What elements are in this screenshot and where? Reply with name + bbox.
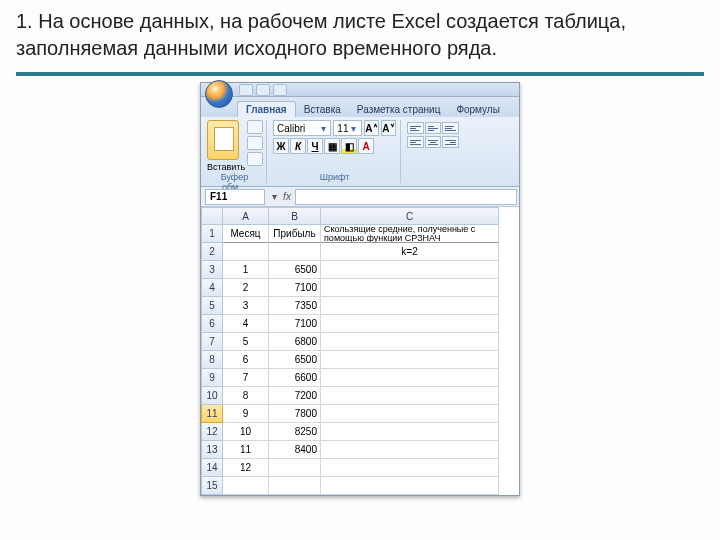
tab-formulas[interactable]: Формулы xyxy=(448,102,508,117)
tab-page-layout[interactable]: Разметка страниц xyxy=(349,102,449,117)
table-row: Месяц Прибыль Скользящие средние, получе… xyxy=(223,225,519,243)
row-header[interactable]: 9 xyxy=(201,369,223,387)
row-header[interactable]: 3 xyxy=(201,261,223,279)
cell[interactable]: 1 xyxy=(223,261,269,279)
cell[interactable] xyxy=(321,315,499,333)
cell[interactable]: 6500 xyxy=(269,351,321,369)
cell[interactable] xyxy=(321,297,499,315)
cell[interactable] xyxy=(321,387,499,405)
bold-button[interactable]: Ж xyxy=(273,138,289,154)
cell[interactable]: Месяц xyxy=(223,225,269,243)
cell[interactable]: 10 xyxy=(223,423,269,441)
cell[interactable]: 9 xyxy=(223,405,269,423)
cell[interactable] xyxy=(321,423,499,441)
row-header[interactable]: 15 xyxy=(201,477,223,495)
format-painter-icon[interactable] xyxy=(247,152,263,166)
cell[interactable]: 3 xyxy=(223,297,269,315)
cell[interactable] xyxy=(321,351,499,369)
row-header[interactable]: 1 xyxy=(201,225,223,243)
office-orb[interactable] xyxy=(205,80,233,108)
tab-insert[interactable]: Вставка xyxy=(296,102,349,117)
select-all-corner[interactable] xyxy=(201,207,223,225)
row-header[interactable]: 13 xyxy=(201,441,223,459)
save-icon[interactable] xyxy=(239,84,253,96)
row-header[interactable]: 6 xyxy=(201,315,223,333)
col-header-a[interactable]: A xyxy=(223,207,269,225)
cell[interactable] xyxy=(269,477,321,495)
row-header[interactable]: 10 xyxy=(201,387,223,405)
cell[interactable]: 7350 xyxy=(269,297,321,315)
align-top-icon[interactable] xyxy=(407,122,424,134)
italic-button[interactable]: К xyxy=(290,138,306,154)
cell[interactable]: 11 xyxy=(223,441,269,459)
row-header[interactable]: 8 xyxy=(201,351,223,369)
row-header[interactable]: 12 xyxy=(201,423,223,441)
group-font: Calibri▾ 11▾ A˄ A˅ Ж К Ч ▦ ◧ A Шрифт xyxy=(269,120,401,183)
cell[interactable]: 2 xyxy=(223,279,269,297)
cell[interactable] xyxy=(321,459,499,477)
tab-home[interactable]: Главная xyxy=(237,101,296,117)
row-header[interactable]: 5 xyxy=(201,297,223,315)
copy-icon[interactable] xyxy=(247,136,263,150)
cell[interactable]: Скользящие средние, полученные с помощью… xyxy=(321,225,499,243)
cell[interactable]: 12 xyxy=(223,459,269,477)
cell[interactable]: k=2 xyxy=(321,243,499,261)
cell[interactable] xyxy=(321,261,499,279)
cell[interactable] xyxy=(321,333,499,351)
row-header[interactable]: 4 xyxy=(201,279,223,297)
cell[interactable] xyxy=(269,243,321,261)
cell[interactable]: 8400 xyxy=(269,441,321,459)
name-box-dropdown-icon[interactable]: ▾ xyxy=(269,191,279,202)
cell[interactable] xyxy=(321,441,499,459)
row-header[interactable]: 2 xyxy=(201,243,223,261)
fill-color-icon[interactable]: ◧ xyxy=(341,138,357,154)
align-right-icon[interactable] xyxy=(442,136,459,148)
cell[interactable]: 7800 xyxy=(269,405,321,423)
cut-icon[interactable] xyxy=(247,120,263,134)
paste-icon[interactable] xyxy=(207,120,239,160)
cell[interactable]: 8250 xyxy=(269,423,321,441)
font-size-combo[interactable]: 11▾ xyxy=(333,120,362,136)
cell[interactable]: 6800 xyxy=(269,333,321,351)
group-clipboard: Вставить Буфер обм… xyxy=(203,120,267,183)
cell[interactable]: Прибыль xyxy=(269,225,321,243)
col-header-b[interactable]: B xyxy=(269,207,321,225)
name-box[interactable]: F11 xyxy=(205,189,265,205)
col-header-c[interactable]: C xyxy=(321,207,499,225)
align-center-icon[interactable] xyxy=(425,136,442,148)
row-header[interactable]: 14 xyxy=(201,459,223,477)
underline-button[interactable]: Ч xyxy=(307,138,323,154)
align-middle-icon[interactable] xyxy=(425,122,442,134)
cell[interactable]: 4 xyxy=(223,315,269,333)
fx-icon[interactable]: fx xyxy=(279,191,295,202)
cell[interactable] xyxy=(223,243,269,261)
align-bottom-icon[interactable] xyxy=(442,122,459,134)
cell[interactable]: 6 xyxy=(223,351,269,369)
ribbon: Вставить Буфер обм… Calibri▾ 11▾ A˄ A˅ xyxy=(201,117,519,187)
border-icon[interactable]: ▦ xyxy=(324,138,340,154)
shrink-font-icon[interactable]: A˅ xyxy=(381,120,396,136)
font-name-combo[interactable]: Calibri▾ xyxy=(273,120,331,136)
cell[interactable] xyxy=(321,279,499,297)
redo-icon[interactable] xyxy=(273,84,287,96)
cell[interactable] xyxy=(223,477,269,495)
cell[interactable] xyxy=(321,369,499,387)
undo-icon[interactable] xyxy=(256,84,270,96)
cell[interactable]: 7200 xyxy=(269,387,321,405)
cell[interactable]: 6600 xyxy=(269,369,321,387)
cell[interactable]: 5 xyxy=(223,333,269,351)
row-header[interactable]: 7 xyxy=(201,333,223,351)
row-header[interactable]: 11 xyxy=(201,405,223,423)
formula-input[interactable] xyxy=(295,189,517,205)
cell[interactable]: 7100 xyxy=(269,279,321,297)
font-color-icon[interactable]: A xyxy=(358,138,374,154)
cell[interactable] xyxy=(269,459,321,477)
cell[interactable]: 6500 xyxy=(269,261,321,279)
cell[interactable] xyxy=(321,405,499,423)
grow-font-icon[interactable]: A˄ xyxy=(364,120,379,136)
align-left-icon[interactable] xyxy=(407,136,424,148)
cell[interactable]: 8 xyxy=(223,387,269,405)
cell[interactable] xyxy=(321,477,499,495)
cell[interactable]: 7100 xyxy=(269,315,321,333)
cell[interactable]: 7 xyxy=(223,369,269,387)
